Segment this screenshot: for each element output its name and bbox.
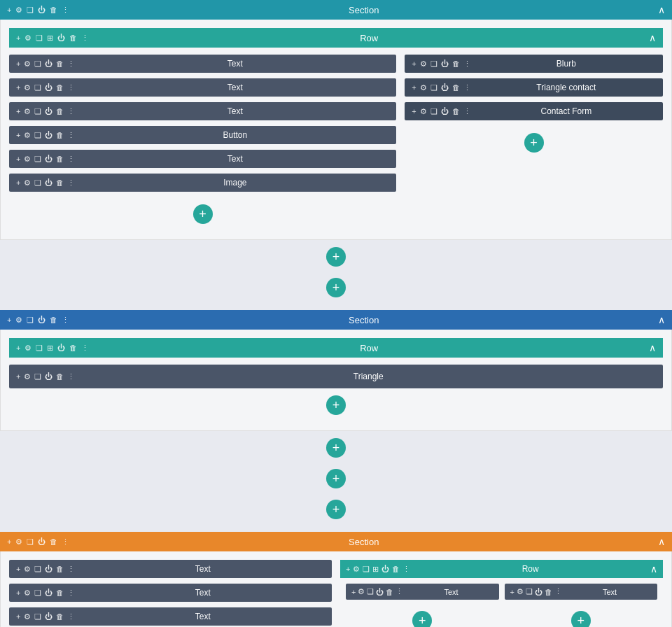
gear-icon[interactable]: ⚙ xyxy=(24,34,31,43)
more-icon[interactable]: ⋮ xyxy=(67,372,75,381)
power-icon[interactable]: ⏻ xyxy=(45,59,52,68)
plus-icon[interactable]: + xyxy=(412,83,416,92)
more-icon[interactable]: ⋮ xyxy=(67,107,75,116)
trash-icon[interactable]: 🗑 xyxy=(56,131,64,139)
power-icon[interactable]: ⏻ xyxy=(45,178,52,187)
gear-icon[interactable]: ⚙ xyxy=(420,83,427,92)
more-icon[interactable]: ⋮ xyxy=(463,59,471,69)
more-icon[interactable]: ⋮ xyxy=(67,565,75,574)
copy-icon[interactable]: ❏ xyxy=(34,612,41,621)
row-2-collapse-icon[interactable]: ∧ xyxy=(649,342,656,353)
copy-icon[interactable]: ❏ xyxy=(34,131,41,140)
trash-icon[interactable]: 🗑 xyxy=(56,589,64,597)
add-widget-button[interactable]: + xyxy=(193,204,213,224)
trash-icon[interactable]: 🗑 xyxy=(56,155,64,163)
trash-icon[interactable]: 🗑 xyxy=(50,6,57,14)
plus-icon[interactable]: + xyxy=(16,589,20,597)
more-icon[interactable]: ⋮ xyxy=(81,34,89,43)
plus-icon[interactable]: + xyxy=(510,588,514,596)
copy-icon[interactable]: ❏ xyxy=(27,6,34,15)
gear-icon[interactable]: ⚙ xyxy=(24,344,31,353)
plus-icon[interactable]: + xyxy=(16,83,20,92)
power-icon[interactable]: ⏻ xyxy=(45,131,52,139)
section-2-collapse-icon[interactable]: ∧ xyxy=(658,314,665,325)
layout-icon[interactable]: ⊞ xyxy=(372,565,379,574)
trash-icon[interactable]: 🗑 xyxy=(56,59,64,68)
trash-icon[interactable]: 🗑 xyxy=(452,107,460,115)
plus-icon[interactable]: + xyxy=(16,612,20,621)
row-1-collapse-icon[interactable]: ∧ xyxy=(649,32,656,43)
gear-icon[interactable]: ⚙ xyxy=(24,589,31,598)
trash-icon[interactable]: 🗑 xyxy=(56,612,64,621)
more-icon[interactable]: ⋮ xyxy=(463,107,471,116)
trash-icon[interactable]: 🗑 xyxy=(392,565,400,573)
power-icon[interactable]: ⏻ xyxy=(45,565,52,573)
add-s2-widget-btn[interactable]: + xyxy=(326,395,346,415)
copy-icon[interactable]: ❏ xyxy=(36,344,43,353)
copy-icon[interactable]: ❏ xyxy=(430,83,438,92)
copy-icon[interactable]: ❏ xyxy=(34,178,41,188)
power-icon[interactable]: ⏻ xyxy=(45,83,52,92)
power-icon[interactable]: ⏻ xyxy=(441,83,449,92)
power-icon[interactable]: ⏻ xyxy=(45,107,52,115)
gear-icon[interactable]: ⚙ xyxy=(15,6,22,15)
power-icon[interactable]: ⏻ xyxy=(57,34,65,42)
gear-icon[interactable]: ⚙ xyxy=(24,83,31,92)
plus-icon[interactable]: + xyxy=(7,6,11,14)
layout-icon[interactable]: ⊞ xyxy=(47,344,53,353)
power-icon[interactable]: ⏻ xyxy=(38,316,46,324)
add-between-s2-s3-3[interactable]: + xyxy=(326,500,346,519)
power-icon[interactable]: ⏻ xyxy=(38,6,46,14)
power-icon[interactable]: ⏻ xyxy=(535,588,542,596)
power-icon[interactable]: ⏻ xyxy=(45,612,52,621)
more-icon[interactable]: ⋮ xyxy=(67,83,75,92)
trash-icon[interactable]: 🗑 xyxy=(386,588,393,596)
power-icon[interactable]: ⏻ xyxy=(38,537,46,546)
gear-icon[interactable]: ⚙ xyxy=(24,612,31,621)
add-section-btn-2[interactable]: + xyxy=(326,278,346,297)
gear-icon[interactable]: ⚙ xyxy=(24,107,31,116)
more-icon[interactable]: ⋮ xyxy=(67,155,75,164)
more-icon[interactable]: ⋮ xyxy=(67,59,75,69)
more-icon[interactable]: ⋮ xyxy=(402,565,410,574)
copy-icon[interactable]: ❏ xyxy=(27,537,34,547)
plus-icon[interactable]: + xyxy=(412,107,416,115)
plus-icon[interactable]: + xyxy=(16,59,20,68)
more-icon[interactable]: ⋮ xyxy=(67,612,75,621)
trash-icon[interactable]: 🗑 xyxy=(69,34,77,42)
trash-icon[interactable]: 🗑 xyxy=(56,107,64,115)
power-icon[interactable]: ⏻ xyxy=(45,589,52,597)
gear-icon[interactable]: ⚙ xyxy=(420,59,427,69)
plus-icon[interactable]: + xyxy=(16,107,20,115)
more-icon[interactable]: ⋮ xyxy=(62,537,69,547)
more-icon[interactable]: ⋮ xyxy=(67,589,75,598)
gear-icon[interactable]: ⚙ xyxy=(517,587,524,596)
power-icon[interactable]: ⏻ xyxy=(441,59,449,68)
more-icon[interactable]: ⋮ xyxy=(62,6,69,15)
trash-icon[interactable]: 🗑 xyxy=(56,83,64,92)
power-icon[interactable]: ⏻ xyxy=(441,107,449,115)
trash-icon[interactable]: 🗑 xyxy=(50,537,57,546)
more-icon[interactable]: ⋮ xyxy=(396,587,403,596)
plus-icon[interactable]: + xyxy=(16,565,20,573)
copy-icon[interactable]: ❏ xyxy=(36,34,43,43)
plus-icon[interactable]: + xyxy=(7,537,11,546)
plus-icon[interactable]: + xyxy=(16,131,20,139)
gear-icon[interactable]: ⚙ xyxy=(24,565,31,574)
trash-icon[interactable]: 🗑 xyxy=(545,588,552,596)
power-icon[interactable]: ⏻ xyxy=(45,372,52,381)
copy-icon[interactable]: ❏ xyxy=(363,565,370,574)
plus-icon[interactable]: + xyxy=(16,344,20,352)
trash-icon[interactable]: 🗑 xyxy=(69,344,77,352)
gear-icon[interactable]: ⚙ xyxy=(15,316,22,325)
trash-icon[interactable]: 🗑 xyxy=(56,372,64,381)
trash-icon[interactable]: 🗑 xyxy=(56,178,64,187)
plus-icon[interactable]: + xyxy=(16,155,20,163)
trash-icon[interactable]: 🗑 xyxy=(56,565,64,573)
more-icon[interactable]: ⋮ xyxy=(67,178,75,188)
more-icon[interactable]: ⋮ xyxy=(62,316,69,325)
add-right-widget-button[interactable]: + xyxy=(524,133,544,153)
gear-icon[interactable]: ⚙ xyxy=(353,565,360,574)
copy-icon[interactable]: ❏ xyxy=(367,587,374,596)
copy-icon[interactable]: ❏ xyxy=(34,107,41,116)
